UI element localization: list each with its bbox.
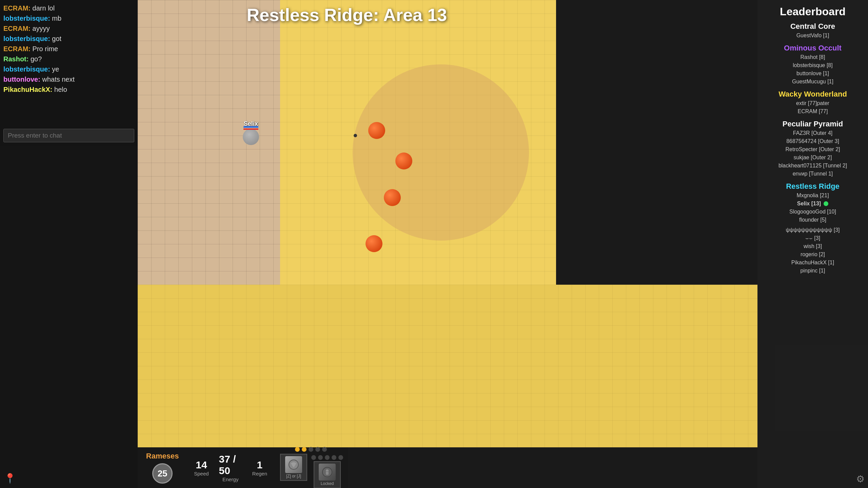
lb-section-central-core: Central Core — [762, 22, 864, 31]
enemy-dot-1 — [368, 122, 385, 139]
enemy-dot-4 — [366, 235, 382, 252]
lb-entry-sukjae: sukjae [Outer 2] — [762, 154, 864, 162]
game-title: Restless Ridge: Area 13 — [247, 5, 447, 25]
small-dot-1 — [354, 134, 357, 137]
hud-regen-label: Regen — [252, 471, 267, 476]
hud-dot-4 — [315, 447, 320, 452]
chat-message: ECRAM: ayyyy — [3, 24, 134, 33]
hud-dot-5 — [322, 447, 327, 452]
hud-dot2-4 — [332, 455, 336, 460]
hat-blue-stripe — [243, 126, 258, 128]
lb-entry-faz3r: FAZ3R [Outer 4] — [762, 129, 864, 137]
hud-dot-3 — [309, 447, 313, 452]
lb-entry-ecram: ECRAM [77] — [762, 107, 864, 116]
hud-dots-right: Locked — [311, 454, 343, 488]
lb-entry-envir: envир [Tunnel 1] — [762, 170, 864, 178]
svg-rect-2 — [326, 471, 329, 475]
hud-item-slot-1[interactable]: [Z] or [J] — [280, 454, 307, 481]
player-body — [243, 129, 259, 145]
hud-slots-row: [Z] or [J] — [279, 454, 343, 488]
lb-entry-buttonlove: buttonlove [1] — [762, 69, 864, 78]
item-svg-1 — [288, 459, 300, 471]
hud-dot2-1 — [311, 455, 316, 460]
chat-message: lobsterbisque: mb — [3, 14, 134, 23]
hud-stats-section: 14 Speed 37 / 50 Energy 1 Regen — [187, 453, 274, 482]
hud-dot-2 — [302, 447, 307, 452]
hud-item-slot-2[interactable]: Locked — [314, 461, 341, 488]
chat-message: ECRAM: darn lol — [3, 3, 134, 13]
lb-section-ominous-occult: Ominous Occult — [762, 44, 864, 53]
chat-message: Rashot: go? — [3, 54, 134, 64]
lb-entry-selix: Selix [13] — [762, 200, 864, 208]
lb-entry-pikachuhackx: PikachuHackX [1] — [762, 259, 864, 267]
hud-item-icon-2 — [319, 464, 336, 481]
chat-message: ECRAM: Pro rime — [3, 44, 134, 54]
hud-speed-label: Speed — [194, 471, 209, 476]
lb-entry-flounder: flounder [5] — [762, 216, 864, 224]
hud-level-circle: 25 — [152, 463, 173, 484]
hud-dots-row-2 — [311, 455, 343, 460]
lb-entry-extir: extir [77]pater — [762, 99, 864, 107]
hud-items-area: [Z] or [J] — [274, 445, 348, 488]
lb-section-restless-ridge: Restless Ridge — [762, 182, 864, 191]
lb-entry-guestmucugu: GuestMucugu [1] — [762, 78, 864, 86]
green-online-dot — [824, 201, 828, 206]
hud-level-value: 25 — [158, 468, 167, 479]
lb-entry-symbols: ψψψψψψψψψψψψ [3] — [762, 226, 864, 234]
lb-entry-slogoogoood: SlogoogooGod [10] — [762, 208, 864, 216]
hud-dot2-5 — [338, 455, 343, 460]
chat-panel: ECRAM: darn lollobsterbisque: mbECRAM: a… — [0, 0, 138, 146]
chat-message: buttonlove: whats next — [3, 75, 134, 84]
hud-regen-stat: 1 Regen — [252, 459, 267, 476]
hud-dots-row-1 — [295, 447, 327, 452]
bottom-left-panel: 📍 — [0, 146, 138, 488]
lb-entry-retrospecter: RetroSpecter [Outer 2] — [762, 145, 864, 154]
bottom-game-area — [138, 285, 757, 447]
hud-player-section: Rameses 25 — [138, 448, 187, 487]
lb-entry-mxgnolia: Mxgnolia [21] — [762, 191, 864, 200]
hud-dot2-2 — [318, 455, 323, 460]
settings-icon[interactable]: ⚙ — [856, 473, 865, 485]
hud-speed-value: 14 — [196, 459, 207, 471]
hud-speed-stat: 14 Speed — [194, 459, 209, 476]
enemy-dot-3 — [384, 189, 401, 206]
lb-entry-rashot: Rashot [8] — [762, 53, 864, 61]
selix-label: Selix [13] — [797, 200, 821, 208]
lb-entry-guestvafo: GuestVafo [1] — [762, 32, 864, 40]
item-svg-2 — [321, 466, 333, 478]
leaderboard-panel: Leaderboard Central Core GuestVafo [1] O… — [757, 0, 868, 280]
leaderboard-title: Leaderboard — [762, 5, 864, 18]
hud-item-label-1: [Z] or [J] — [286, 474, 301, 479]
hud-dot-1 — [295, 447, 300, 452]
enemy-dot-2 — [395, 152, 412, 169]
lb-entry-rogerio: rogerio [2] — [762, 250, 864, 259]
lb-section-wacky-wonderland: Wacky Wonderland — [762, 90, 864, 99]
hud-item-icon-1 — [285, 456, 302, 473]
player-selix: Selix — [243, 120, 259, 145]
hud-energy-label: Energy — [222, 476, 239, 482]
chat-message: lobsterbisque: got — [3, 34, 134, 43]
chat-input[interactable] — [3, 129, 134, 142]
bottom-hud: Rameses 25 14 Speed 37 / 50 Energy 1 Reg… — [138, 447, 348, 488]
hud-energy-value: 37 / 50 — [219, 453, 242, 476]
hud-energy-stat: 37 / 50 Energy — [219, 453, 242, 482]
chat-message: PikachuHackX: helo — [3, 85, 134, 94]
game-area: Restless Ridge: Area 13 Selix — [138, 0, 556, 285]
lb-section-peculiar-pyramid: Peculiar Pyramid — [762, 120, 864, 128]
hud-player-name: Rameses — [146, 452, 179, 461]
lb-entry-pinpinc: pinpinc [1] — [762, 267, 864, 275]
lb-entry-lobsterbisque: lobsterbisque [8] — [762, 61, 864, 69]
hud-dot2-3 — [325, 455, 330, 460]
hud-regen-value: 1 — [257, 459, 263, 471]
player-hat — [243, 126, 258, 130]
lb-entry-blackheart: blackheart071125 [Tunnel 2] — [762, 162, 864, 170]
lb-entry-wish: wish [3] — [762, 242, 864, 250]
chat-messages: ECRAM: darn lollobsterbisque: mbECRAM: a… — [3, 3, 134, 126]
hud-item-label-2: Locked — [321, 481, 334, 486]
territory-circle — [353, 64, 529, 241]
location-pin-icon: 📍 — [4, 473, 16, 484]
lb-entry-faces: ⌣⌣ [3] — [762, 234, 864, 242]
hat-red-stripe — [243, 128, 258, 130]
lb-entry-8687: 8687564724 [Outer 3] — [762, 137, 864, 145]
chat-message: lobsterbisque: ye — [3, 64, 134, 74]
